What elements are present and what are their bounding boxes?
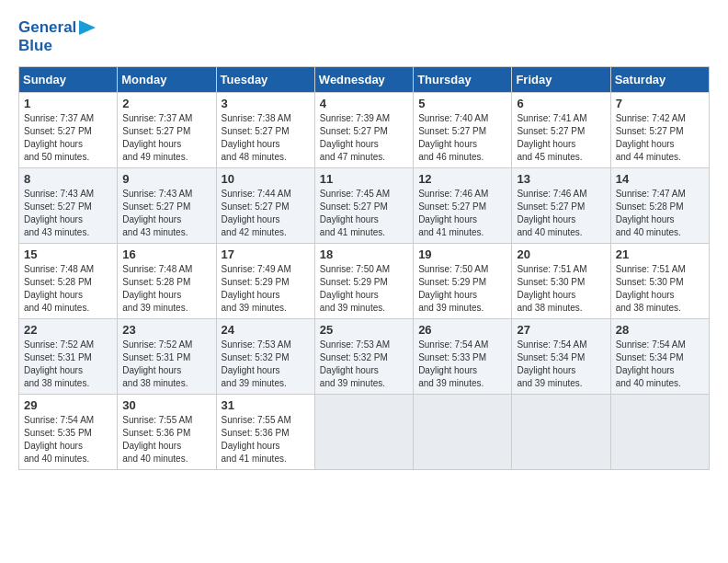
calendar-cell: 25 Sunrise: 7:53 AM Sunset: 5:32 PM Dayl… <box>314 318 413 394</box>
calendar-cell: 8 Sunrise: 7:43 AM Sunset: 5:27 PM Dayli… <box>19 167 118 243</box>
calendar-cell: 1 Sunrise: 7:37 AM Sunset: 5:27 PM Dayli… <box>19 92 118 167</box>
day-number: 11 <box>320 172 408 186</box>
cell-info: Sunrise: 7:39 AM Sunset: 5:27 PM Dayligh… <box>320 112 408 164</box>
column-header-saturday: Saturday <box>610 66 709 92</box>
day-number: 7 <box>616 97 704 110</box>
cell-info: Sunrise: 7:43 AM Sunset: 5:27 PM Dayligh… <box>122 188 210 239</box>
day-number: 23 <box>122 323 210 337</box>
cell-info: Sunrise: 7:46 AM Sunset: 5:27 PM Dayligh… <box>418 188 506 239</box>
calendar-cell: 28 Sunrise: 7:54 AM Sunset: 5:34 PM Dayl… <box>610 318 709 394</box>
calendar-cell: 20 Sunrise: 7:51 AM Sunset: 5:30 PM Dayl… <box>512 243 610 318</box>
calendar-cell: 15 Sunrise: 7:48 AM Sunset: 5:28 PM Dayl… <box>19 243 118 318</box>
day-number: 16 <box>122 247 210 261</box>
day-number: 19 <box>418 247 506 261</box>
column-header-wednesday: Wednesday <box>314 66 413 92</box>
cell-info: Sunrise: 7:54 AM Sunset: 5:34 PM Dayligh… <box>616 339 704 390</box>
day-number: 3 <box>222 97 310 110</box>
cell-info: Sunrise: 7:49 AM Sunset: 5:29 PM Dayligh… <box>222 263 310 315</box>
cell-info: Sunrise: 7:52 AM Sunset: 5:31 PM Dayligh… <box>24 339 112 390</box>
calendar-cell: 9 Sunrise: 7:43 AM Sunset: 5:27 PM Dayli… <box>118 167 216 243</box>
day-number: 22 <box>24 323 112 337</box>
cell-info: Sunrise: 7:42 AM Sunset: 5:27 PM Dayligh… <box>616 112 704 164</box>
cell-info: Sunrise: 7:48 AM Sunset: 5:28 PM Dayligh… <box>24 263 112 315</box>
day-number: 4 <box>320 97 408 110</box>
calendar-cell: 7 Sunrise: 7:42 AM Sunset: 5:27 PM Dayli… <box>610 92 709 167</box>
calendar-cell: 5 Sunrise: 7:40 AM Sunset: 5:27 PM Dayli… <box>414 92 512 167</box>
calendar-cell: 10 Sunrise: 7:44 AM Sunset: 5:27 PM Dayl… <box>216 167 314 243</box>
calendar-cell: 19 Sunrise: 7:50 AM Sunset: 5:29 PM Dayl… <box>414 243 512 318</box>
day-number: 12 <box>418 172 506 186</box>
calendar-cell: 29 Sunrise: 7:54 AM Sunset: 5:35 PM Dayl… <box>19 394 118 469</box>
calendar-cell <box>414 394 512 469</box>
calendar-week-5: 29 Sunrise: 7:54 AM Sunset: 5:35 PM Dayl… <box>19 394 710 469</box>
calendar-cell <box>610 394 709 469</box>
column-header-tuesday: Tuesday <box>216 66 314 92</box>
day-number: 24 <box>222 323 310 337</box>
day-number: 20 <box>517 247 605 261</box>
day-number: 31 <box>222 398 310 412</box>
calendar-cell: 13 Sunrise: 7:46 AM Sunset: 5:27 PM Dayl… <box>512 167 610 243</box>
calendar-cell: 22 Sunrise: 7:52 AM Sunset: 5:31 PM Dayl… <box>19 318 118 394</box>
page-header: General Blue <box>18 18 710 55</box>
day-number: 28 <box>616 323 704 337</box>
calendar-cell: 16 Sunrise: 7:48 AM Sunset: 5:28 PM Dayl… <box>118 243 216 318</box>
calendar-cell: 3 Sunrise: 7:38 AM Sunset: 5:27 PM Dayli… <box>216 92 314 167</box>
column-header-thursday: Thursday <box>414 66 512 92</box>
svg-marker-0 <box>79 20 96 35</box>
calendar-cell: 17 Sunrise: 7:49 AM Sunset: 5:29 PM Dayl… <box>216 243 314 318</box>
day-number: 9 <box>122 172 210 186</box>
day-number: 18 <box>320 247 408 261</box>
cell-info: Sunrise: 7:48 AM Sunset: 5:28 PM Dayligh… <box>122 263 210 315</box>
cell-info: Sunrise: 7:37 AM Sunset: 5:27 PM Dayligh… <box>24 112 112 164</box>
calendar-cell: 2 Sunrise: 7:37 AM Sunset: 5:27 PM Dayli… <box>118 92 216 167</box>
calendar-cell <box>512 394 610 469</box>
day-number: 10 <box>222 172 310 186</box>
cell-info: Sunrise: 7:43 AM Sunset: 5:27 PM Dayligh… <box>24 188 112 239</box>
logo-arrow-icon <box>79 18 97 37</box>
day-number: 30 <box>122 398 210 412</box>
calendar-week-1: 1 Sunrise: 7:37 AM Sunset: 5:27 PM Dayli… <box>19 92 710 167</box>
calendar-cell: 24 Sunrise: 7:53 AM Sunset: 5:32 PM Dayl… <box>216 318 314 394</box>
cell-info: Sunrise: 7:44 AM Sunset: 5:27 PM Dayligh… <box>222 188 310 239</box>
day-number: 15 <box>24 247 112 261</box>
cell-info: Sunrise: 7:53 AM Sunset: 5:32 PM Dayligh… <box>320 339 408 390</box>
cell-info: Sunrise: 7:54 AM Sunset: 5:35 PM Dayligh… <box>24 414 112 465</box>
calendar-week-3: 15 Sunrise: 7:48 AM Sunset: 5:28 PM Dayl… <box>19 243 710 318</box>
cell-info: Sunrise: 7:55 AM Sunset: 5:36 PM Dayligh… <box>222 414 310 465</box>
cell-info: Sunrise: 7:55 AM Sunset: 5:36 PM Dayligh… <box>122 414 210 465</box>
calendar-cell: 26 Sunrise: 7:54 AM Sunset: 5:33 PM Dayl… <box>414 318 512 394</box>
column-header-friday: Friday <box>512 66 610 92</box>
calendar-table: SundayMondayTuesdayWednesdayThursdayFrid… <box>18 66 710 470</box>
day-number: 1 <box>24 97 112 110</box>
cell-info: Sunrise: 7:52 AM Sunset: 5:31 PM Dayligh… <box>122 339 210 390</box>
calendar-cell: 30 Sunrise: 7:55 AM Sunset: 5:36 PM Dayl… <box>118 394 216 469</box>
cell-info: Sunrise: 7:54 AM Sunset: 5:34 PM Dayligh… <box>517 339 605 390</box>
logo: General Blue <box>18 18 97 55</box>
calendar-cell: 6 Sunrise: 7:41 AM Sunset: 5:27 PM Dayli… <box>512 92 610 167</box>
day-number: 8 <box>24 172 112 186</box>
cell-info: Sunrise: 7:51 AM Sunset: 5:30 PM Dayligh… <box>517 263 605 315</box>
cell-info: Sunrise: 7:50 AM Sunset: 5:29 PM Dayligh… <box>418 263 506 315</box>
day-number: 21 <box>616 247 704 261</box>
column-header-monday: Monday <box>118 66 216 92</box>
day-number: 6 <box>517 97 605 110</box>
calendar-cell: 31 Sunrise: 7:55 AM Sunset: 5:36 PM Dayl… <box>216 394 314 469</box>
cell-info: Sunrise: 7:50 AM Sunset: 5:29 PM Dayligh… <box>320 263 408 315</box>
cell-info: Sunrise: 7:51 AM Sunset: 5:30 PM Dayligh… <box>616 263 704 315</box>
day-number: 2 <box>122 97 210 110</box>
logo-container: General Blue <box>18 18 97 55</box>
day-number: 26 <box>418 323 506 337</box>
cell-info: Sunrise: 7:41 AM Sunset: 5:27 PM Dayligh… <box>517 112 605 164</box>
cell-info: Sunrise: 7:54 AM Sunset: 5:33 PM Dayligh… <box>418 339 506 390</box>
day-number: 17 <box>222 247 310 261</box>
cell-info: Sunrise: 7:45 AM Sunset: 5:27 PM Dayligh… <box>320 188 408 239</box>
cell-info: Sunrise: 7:37 AM Sunset: 5:27 PM Dayligh… <box>122 112 210 164</box>
cell-info: Sunrise: 7:47 AM Sunset: 5:28 PM Dayligh… <box>616 188 704 239</box>
calendar-cell: 21 Sunrise: 7:51 AM Sunset: 5:30 PM Dayl… <box>610 243 709 318</box>
cell-info: Sunrise: 7:40 AM Sunset: 5:27 PM Dayligh… <box>418 112 506 164</box>
logo-blue: Blue <box>18 37 52 54</box>
calendar-week-2: 8 Sunrise: 7:43 AM Sunset: 5:27 PM Dayli… <box>19 167 710 243</box>
day-number: 13 <box>517 172 605 186</box>
calendar-cell <box>314 394 413 469</box>
cell-info: Sunrise: 7:53 AM Sunset: 5:32 PM Dayligh… <box>222 339 310 390</box>
